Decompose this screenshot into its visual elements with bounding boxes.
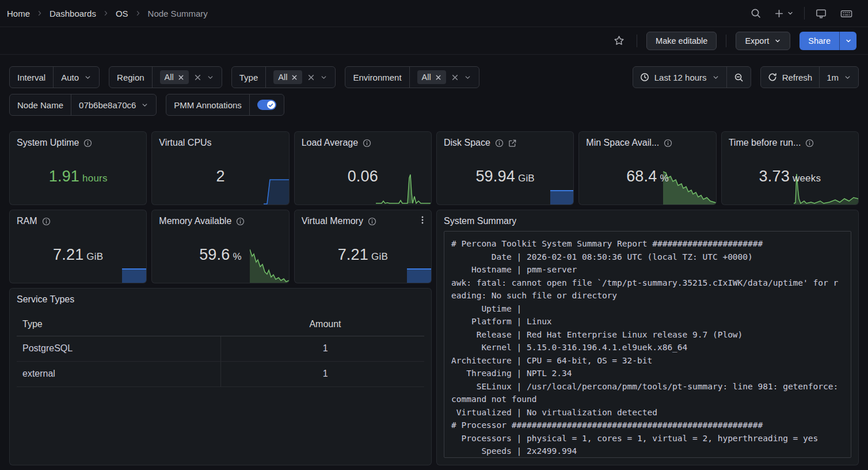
chevron-down-icon [774,37,781,44]
stat-value: 1.91hours [49,168,108,185]
zoom-out-icon [734,73,744,82]
panel-system-uptime: System Uptime 1.91hours [9,131,147,205]
info-icon[interactable] [236,217,245,226]
panel-title[interactable]: Load Average [302,138,358,148]
clear-all-icon[interactable] [307,74,315,81]
stat-value: 68.4% [626,168,669,185]
divider [804,7,805,20]
type-picker: Type All [231,66,336,88]
chevron-right-icon [135,10,142,17]
export-button[interactable]: Export [736,32,790,50]
remove-chip-icon[interactable] [178,74,184,81]
panel-disk-space: Disk Space 59.94GiB [436,131,574,205]
share-button[interactable]: Share [800,32,839,50]
star-icon[interactable] [611,32,627,49]
dashboard-toolbar: Make editable Export Share [0,27,868,55]
remove-chip-icon[interactable] [435,74,441,81]
info-icon[interactable] [363,139,371,147]
make-editable-button[interactable]: Make editable [646,32,717,50]
interval-picker: Interval Auto [9,66,100,88]
stat-panels-row: System Uptime 1.91hours Virtual CPUs 2 [9,131,859,205]
monitor-icon[interactable] [813,5,829,22]
chevron-right-icon [36,10,43,17]
filters-row-2: Node Name 07b6be8a70c6 PMM Annotations [9,94,859,116]
environment-value-dropdown[interactable]: All [410,67,479,88]
plus-icon [774,9,784,18]
stat-value: 7.21GiB [53,246,103,264]
pmm-annotations-label: PMM Annotations [166,94,250,115]
panel-title[interactable]: Virtual Memory [302,216,363,226]
column-header-type[interactable]: Type [17,313,220,336]
interval-label: Interval [10,67,54,88]
cell-service-type: PostgreSQL [17,336,220,361]
node-name-value-dropdown[interactable]: 07b6be8a70c6 [71,94,156,115]
panel-memory-available: Memory Available 59.6% [151,210,289,283]
divider [637,35,637,47]
info-icon[interactable] [368,217,376,226]
zoom-out-time-button[interactable] [726,67,751,88]
environment-selected-chip[interactable]: All [417,70,446,84]
refresh-button[interactable]: Refresh [761,67,820,88]
breadcrumb-os[interactable]: OS [116,9,128,18]
panel-title[interactable]: Memory Available [159,216,231,226]
stat-value: 0.06 [348,168,378,185]
panel-title[interactable]: System Uptime [17,138,79,148]
panel-title[interactable]: Disk Space [444,138,490,148]
chevron-down-icon [712,74,719,81]
type-selected-chip[interactable]: All [273,70,302,84]
panel-virtual-memory: Virtual Memory 7.21GiB [294,210,432,283]
system-summary-text: # Percona Toolkit System Summary Report … [444,231,851,458]
table-row: external 1 [17,361,424,386]
chevron-down-icon [787,10,794,17]
info-icon[interactable] [83,139,92,147]
time-range-button[interactable]: Last 12 hours [633,67,726,88]
share-menu-button[interactable] [839,32,856,50]
search-icon[interactable] [748,5,764,21]
chevron-down-icon [84,74,92,81]
column-header-amount[interactable]: Amount [220,313,424,336]
refresh-picker: Refresh 1m [760,66,859,88]
chip-label: All [278,73,287,82]
pmm-annotations-control: PMM Annotations [166,94,284,116]
node-name-picker: Node Name 07b6be8a70c6 [9,94,157,116]
stat-value: 3.73weeks [759,168,821,185]
type-label: Type [232,67,267,88]
panel-title[interactable]: RAM [17,216,37,226]
chevron-down-icon [845,37,852,44]
info-icon[interactable] [664,139,672,147]
interval-value-dropdown[interactable]: Auto [54,67,99,88]
chevron-down-icon[interactable] [320,74,328,81]
panel-title[interactable]: Service Types [17,294,74,305]
clear-all-icon[interactable] [194,74,201,81]
external-link-icon[interactable] [508,139,517,147]
stat-value: 2 [216,168,224,185]
table-row: PostgreSQL 1 [17,336,424,361]
breadcrumb-current-page: Node Summary [148,9,208,18]
type-value-dropdown[interactable]: All [266,67,335,88]
info-icon[interactable] [42,217,51,226]
panel-title[interactable]: Virtual CPUs [159,138,211,148]
region-selected-chip[interactable]: All [160,70,189,84]
panel-title[interactable]: System Summary [444,216,516,226]
cell-service-amount: 1 [220,361,424,386]
breadcrumb-dashboards[interactable]: Dashboards [50,9,96,18]
chevron-down-icon[interactable] [207,74,214,81]
pmm-annotations-toggle[interactable] [257,100,276,110]
info-icon[interactable] [495,139,504,147]
panel-system-summary: System Summary # Percona Toolkit System … [436,210,859,465]
clear-all-icon[interactable] [451,74,459,81]
keyboard-icon[interactable] [837,5,855,22]
chip-label: All [422,73,431,82]
chevron-down-icon[interactable] [464,74,471,81]
filters-row-1: Interval Auto Region All [9,66,859,88]
remove-chip-icon[interactable] [291,74,298,81]
add-new-button[interactable] [772,6,796,21]
panel-menu-icon[interactable] [418,215,427,227]
refresh-interval-dropdown[interactable]: 1m [819,67,858,88]
info-icon[interactable] [805,139,814,147]
breadcrumb-home[interactable]: Home [7,9,30,18]
panel-title[interactable]: Min Space Avail... [586,138,659,148]
service-types-table: Type Amount PostgreSQL 1 external [17,313,424,387]
panel-title[interactable]: Time before run... [729,138,801,148]
region-value-dropdown[interactable]: All [153,67,222,88]
